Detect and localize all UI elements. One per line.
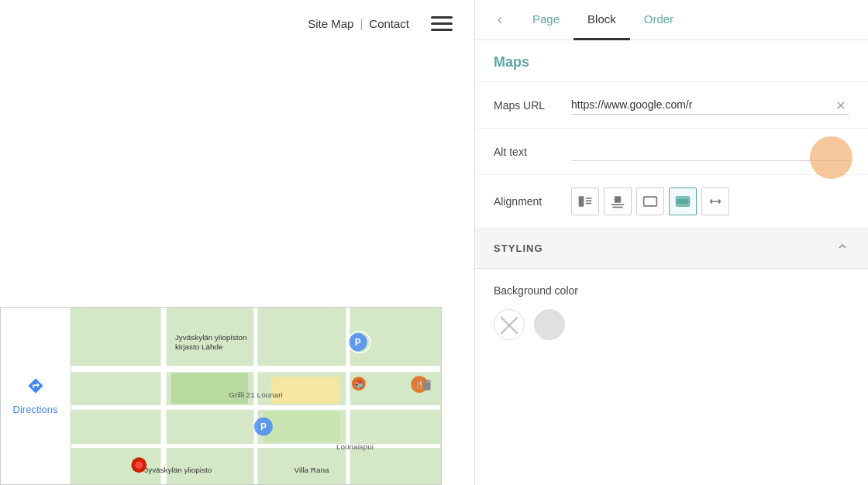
maps-url-field	[571, 95, 849, 115]
align-left-text-button[interactable]	[571, 187, 599, 215]
background-color-label: Background color	[494, 284, 849, 297]
styling-chevron-icon	[835, 239, 849, 257]
svg-rect-27	[579, 196, 584, 206]
map-embed: Directions P	[0, 307, 442, 485]
contact-link[interactable]: Contact	[369, 17, 409, 30]
site-map-link[interactable]: Site Map	[308, 17, 353, 30]
svg-text:Grilli 21 Lounari: Grilli 21 Lounari	[229, 390, 282, 399]
hamburger-line-1	[431, 16, 453, 19]
swatch-light[interactable]	[534, 309, 565, 340]
align-full-selected-button[interactable]	[669, 187, 697, 215]
svg-rect-34	[644, 197, 657, 206]
svg-rect-8	[264, 411, 340, 442]
tabs-bar: Page Block Order	[475, 0, 868, 40]
directions-label: Directions	[13, 404, 58, 415]
svg-text:Villa Rana: Villa Rana	[294, 466, 329, 474]
svg-rect-36	[677, 199, 687, 205]
back-button[interactable]	[487, 8, 512, 33]
alt-text-label: Alt text	[494, 146, 571, 158]
svg-text:Jyväskylän yliopiston: Jyväskylän yliopiston	[175, 333, 247, 342]
map-content: P P 📚 🍴 Jyväskylän yliopiston kirjasto L…	[71, 308, 441, 484]
alignment-options	[571, 187, 849, 215]
alignment-row: Alignment	[475, 175, 868, 229]
nav-links: Site Map | Contact	[308, 17, 409, 30]
alignment-label: Alignment	[494, 195, 571, 208]
styling-section-header[interactable]: STYLING	[475, 229, 868, 269]
svg-text:P: P	[355, 337, 361, 348]
svg-point-20	[135, 461, 143, 469]
alt-text-row: Alt text	[475, 129, 868, 175]
svg-text:📚: 📚	[354, 379, 364, 389]
directions-icon	[27, 377, 44, 399]
align-stretch-button[interactable]	[701, 187, 729, 215]
delete-button[interactable]	[416, 374, 438, 396]
align-full-width-button[interactable]	[636, 187, 664, 215]
tab-page[interactable]: Page	[518, 0, 574, 40]
left-panel: Site Map | Contact Directions	[0, 0, 474, 485]
color-swatches	[494, 309, 849, 340]
svg-rect-31	[615, 196, 621, 202]
styling-label: STYLING	[494, 242, 543, 254]
tab-order[interactable]: Order	[630, 0, 687, 40]
swatch-none[interactable]	[494, 309, 525, 340]
directions-panel[interactable]: Directions	[1, 308, 71, 484]
hamburger-menu-button[interactable]	[425, 10, 459, 37]
svg-text:P: P	[260, 421, 267, 432]
maps-url-label: Maps URL	[494, 99, 571, 112]
clear-url-button[interactable]	[832, 97, 849, 114]
panel-content: Maps Maps URL Alt text Ali	[475, 40, 868, 485]
alt-text-field	[571, 142, 849, 161]
svg-text:kirjasto Lähde: kirjasto Lähde	[175, 342, 223, 351]
tab-block[interactable]: Block	[574, 0, 630, 40]
nav-divider: |	[360, 17, 363, 30]
alt-text-input[interactable]	[571, 142, 849, 161]
styling-content: Background color	[475, 269, 868, 356]
maps-url-row: Maps URL	[475, 82, 868, 129]
svg-text:Lounaispui: Lounaispui	[336, 442, 374, 451]
right-panel: Page Block Order Maps Maps URL Alt text	[474, 0, 868, 485]
hamburger-line-3	[431, 29, 453, 31]
nav-bar: Site Map | Contact	[0, 0, 474, 46]
section-title: Maps	[475, 40, 868, 82]
svg-text:Jyväskylän yliopisto: Jyväskylän yliopisto	[144, 466, 212, 474]
alignment-buttons	[571, 187, 729, 215]
align-center-text-button[interactable]	[604, 187, 632, 215]
maps-url-input[interactable]	[571, 95, 849, 115]
hamburger-line-2	[431, 22, 453, 25]
